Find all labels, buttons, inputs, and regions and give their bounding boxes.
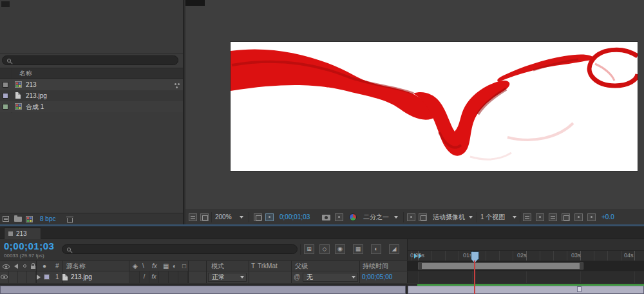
search-icon xyxy=(67,248,71,251)
column-divider xyxy=(291,260,292,283)
playhead[interactable] xyxy=(471,251,479,260)
threed-switch-cell[interactable] xyxy=(178,271,188,283)
frame-blend-switch-icon: ▦ xyxy=(163,261,169,271)
lock-toggle[interactable] xyxy=(27,271,36,283)
separator xyxy=(520,212,520,222)
separator xyxy=(300,244,301,255)
chevron-down-icon xyxy=(394,216,398,219)
layer-row-1[interactable]: 1 213.jpg / fx 正常 @ 无 0;00;05;00 xyxy=(0,271,644,283)
label-swatch[interactable] xyxy=(3,93,8,99)
time-ruler[interactable]: 0:00s 01s 02s 03s 04s xyxy=(407,239,644,260)
video-toggle[interactable] xyxy=(0,271,9,283)
new-composition-button[interactable] xyxy=(26,216,33,222)
red-ink-artwork xyxy=(231,42,638,171)
project-item-213-jpg[interactable]: 213.jpg xyxy=(0,90,183,101)
comp-mini-flowchart-icon[interactable]: ⊞ xyxy=(304,244,314,254)
horizontal-scrollbar-right[interactable] xyxy=(408,286,644,294)
viewer-tab-stub[interactable] xyxy=(185,0,205,6)
layer-index: 1 xyxy=(55,271,59,283)
pixel-aspect-icon[interactable] xyxy=(523,213,531,221)
layer-label-swatch[interactable] xyxy=(44,274,50,280)
column-divider xyxy=(36,260,37,283)
parent-dropdown[interactable]: 无 xyxy=(303,273,358,282)
current-time-display[interactable]: 0;00;01;03 xyxy=(4,240,54,251)
layer-track-area[interactable] xyxy=(407,271,644,283)
composition-canvas[interactable] xyxy=(231,42,638,171)
transparency-grid-icon[interactable] xyxy=(419,213,427,221)
mask-visibility-icon[interactable] xyxy=(265,213,274,221)
separator xyxy=(211,212,212,222)
flowchart-icon[interactable] xyxy=(562,213,570,221)
region-of-interest-icon[interactable] xyxy=(407,213,415,221)
project-panel: 名称 213 213.jpg 合成 1 8 bpc xyxy=(0,0,184,224)
label-column-header: ● xyxy=(43,261,46,271)
project-search-input[interactable] xyxy=(2,55,178,65)
resolution-dropdown[interactable]: 二分之一 xyxy=(363,210,389,224)
viewer-current-time[interactable]: 0;00;01;03 xyxy=(279,210,310,224)
timeline-columns-header: ● # 源名称 ◈ \ fx ▦ ◐ □ 模式 T TrkMat 父级 持续时间 xyxy=(0,260,644,271)
project-item-213[interactable]: 213 xyxy=(0,79,183,90)
camera-view-dropdown[interactable]: 活动摄像机 xyxy=(433,210,465,224)
solo-column-icon xyxy=(23,264,26,268)
frame-info: 00033 (29.97 fps) xyxy=(4,253,44,259)
interpret-footage-button[interactable] xyxy=(3,216,9,222)
timeline-header-row: 0;00;01;03 00033 (29.97 fps) ⊞ ◇ ◉ ▦ ◐ ◢… xyxy=(0,239,644,260)
show-channels-icon[interactable] xyxy=(349,213,357,221)
column-divider xyxy=(129,260,129,283)
fx-switch-cell[interactable]: fx xyxy=(149,271,159,283)
timeline-tab-213[interactable]: 213 xyxy=(4,228,41,239)
label-swatch[interactable] xyxy=(3,82,8,88)
show-snapshot-icon[interactable] xyxy=(335,213,343,221)
item-label: 213 xyxy=(26,79,37,90)
reset-exposure-icon[interactable] xyxy=(574,213,583,221)
chevron-down-icon xyxy=(469,216,473,219)
trash-button[interactable] xyxy=(67,218,73,223)
quality-switch-cell[interactable]: / xyxy=(140,271,149,283)
grid-guides-icon[interactable] xyxy=(254,213,262,221)
t-column-header: T xyxy=(251,261,255,271)
work-area-end-handle[interactable] xyxy=(577,286,582,292)
graph-editor-icon[interactable]: ◢ xyxy=(389,244,399,254)
timeline-tab-icon xyxy=(8,231,13,236)
column-divider xyxy=(359,260,360,283)
always-preview-icon[interactable] xyxy=(189,213,197,221)
lock-column-icon xyxy=(31,266,35,269)
monitor-icon[interactable] xyxy=(200,213,209,221)
bit-depth-button[interactable]: 8 bpc xyxy=(40,213,55,224)
project-footer-toolbar: 8 bpc xyxy=(0,213,183,224)
solo-toggle[interactable] xyxy=(18,271,27,283)
magnification-dropdown[interactable]: 200% xyxy=(215,210,232,224)
view-layout-dropdown[interactable]: 1 个视图 xyxy=(480,210,505,224)
column-divider xyxy=(188,260,189,283)
audio-toggle[interactable] xyxy=(9,271,18,283)
motion-blur-switch-cell[interactable] xyxy=(169,271,178,283)
project-item-composition-1[interactable]: 合成 1 xyxy=(0,101,183,112)
threed-switch-icon: □ xyxy=(182,261,186,271)
shy-layers-icon[interactable]: ◉ xyxy=(335,244,345,254)
separator xyxy=(249,212,249,222)
expand-arrow[interactable] xyxy=(37,275,41,280)
timeline-search-input[interactable] xyxy=(62,244,298,254)
fast-preview-icon[interactable] xyxy=(536,213,544,221)
work-area-bar[interactable] xyxy=(418,262,583,270)
snapshot-camera-icon[interactable] xyxy=(322,215,330,220)
draft-3d-icon[interactable]: ◇ xyxy=(319,244,330,254)
composition-viewer-panel: 200% 0;00;01;03 二分之一 活动摄像机 1 个视图 xyxy=(185,0,644,224)
exposure-value[interactable]: +0.0 xyxy=(601,210,614,224)
label-swatch[interactable] xyxy=(3,104,8,110)
shy-switch-cell[interactable] xyxy=(130,271,140,283)
layer-name[interactable]: 213.jpg xyxy=(71,271,92,283)
ruler-label: 04s xyxy=(624,252,634,259)
frame-blend-icon[interactable]: ▦ xyxy=(353,244,363,254)
horizontal-scrollbar-left[interactable] xyxy=(0,286,406,294)
viewer-toolbar: 200% 0;00;01;03 二分之一 活动摄像机 1 个视图 xyxy=(185,210,644,224)
frame-blend-switch-cell[interactable] xyxy=(159,271,169,283)
timeline-button-icon[interactable] xyxy=(549,213,557,221)
blend-mode-dropdown[interactable]: 正常 xyxy=(208,273,247,282)
mode-column-header: 模式 xyxy=(211,261,224,271)
exposure-gain-icon[interactable] xyxy=(587,213,596,221)
parent-pickwhip-icon[interactable]: @ xyxy=(294,271,300,283)
new-folder-button[interactable] xyxy=(14,217,22,222)
cached-frames-indicator xyxy=(417,284,644,286)
motion-blur-icon[interactable]: ◐ xyxy=(371,244,381,254)
